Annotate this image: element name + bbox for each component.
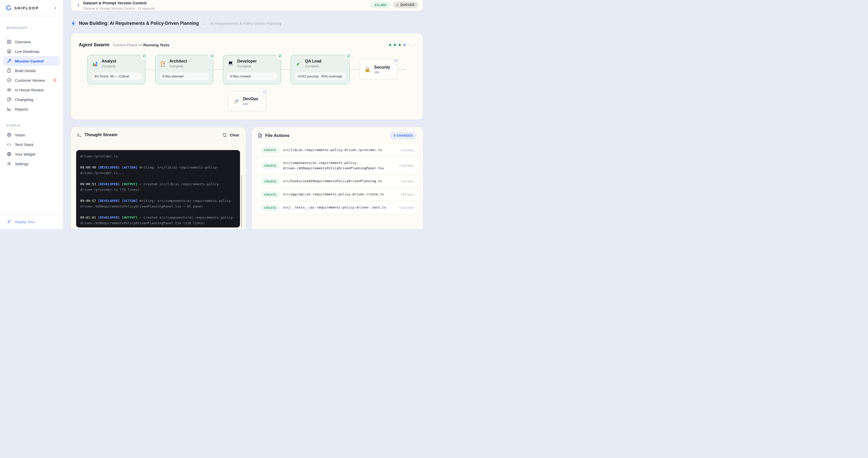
sidebar-item-mission-control[interactable]: Mission Control (3, 56, 60, 66)
phase-dot-green (399, 44, 401, 46)
code-icon (7, 142, 12, 147)
file-action-row[interactable]: CREATEsrc/lib/ai-requirements-policy-dri… (257, 145, 418, 156)
terminal-segment-msg: driven-/provider.ts (80, 154, 118, 158)
rocket-emoji (233, 98, 240, 105)
queue-item-badges: £11,850 QUEUED (371, 2, 418, 8)
sidebar-item-vision[interactable]: Vision (3, 130, 60, 140)
terminal-log-entry: 09:00:53 [DEVELOPER] [OUTPUT] ✓ Created … (80, 181, 236, 192)
sidebar-item-live-roadmap[interactable]: Live Roadmap (3, 47, 60, 56)
agent-card-header: ArchitectComplete (159, 59, 209, 68)
gear-icon (7, 161, 12, 166)
phase-dot-blue (403, 44, 406, 46)
file-path: src/app/api/ai-requirements-policy-drive… (283, 192, 384, 197)
refresh-icon (223, 133, 228, 137)
agent-card-header: DeveloperComplete (227, 59, 277, 68)
terminal-scrollbar-thumb[interactable] (241, 175, 242, 227)
agent-name: QA Lead (305, 59, 321, 63)
agent-card-developer[interactable]: DeveloperComplete6 files created (223, 55, 281, 84)
agent-card-architect[interactable]: ArchitectComplete6 files planned (155, 55, 213, 84)
thought-stream-header: Thought Stream Clear (71, 127, 246, 138)
lines-added: +115 lines (399, 206, 414, 210)
terminal-segment-tag-blue: [ACTION] (122, 165, 140, 169)
agent-detail: BV Score: 86 — Critical (92, 72, 141, 80)
terminal-segment-tag-blue: [ACTION] (122, 199, 140, 203)
sidebar-item-in-house-review[interactable]: In House Review (3, 85, 60, 95)
sidebar-item-label: Mission Control (15, 59, 43, 63)
agent-state-badge (392, 56, 400, 64)
agent-card-qa-lead[interactable]: QA LeadComplete42/42 passing · 85% cover… (290, 55, 350, 84)
now-building-title: Now Building: AI Requirements & Policy-D… (79, 21, 199, 26)
queue-item-card[interactable]: 3 Dataset & Prompt Version Control Datas… (71, 0, 423, 11)
terminal-log-entry: 09:00:49 [DEVELOPER] [ACTION] Writing: s… (80, 165, 236, 176)
globe-icon (7, 152, 12, 157)
thought-stream-title: Thought Stream (85, 132, 117, 138)
check-circle-icon (142, 54, 147, 58)
sidebar-item-label: Settings (15, 162, 29, 166)
sidebar-item-changelog[interactable]: Changelog (3, 95, 60, 104)
lines-added: +54 lines (401, 179, 414, 183)
bolt-icon (71, 21, 76, 26)
sidebar-item-your-widget[interactable]: Your Widget (3, 149, 60, 159)
current-phase-value: — Running Tests (138, 43, 169, 47)
clear-button[interactable]: Clear (223, 133, 239, 137)
phase-dot-off (413, 44, 415, 46)
notification-badge: 2 (52, 78, 57, 83)
sparkles-icon (7, 219, 12, 224)
now-building-target: AI Requirements & Policy-Driven Planning (210, 21, 281, 26)
file-actions-panel: File Actions 5 CHANGES CREATEsrc/lib/ai-… (252, 127, 423, 229)
sidebar-item-label: Build Details (15, 68, 36, 73)
sidebar-item-reports[interactable]: Reports (3, 104, 60, 114)
status-badge: QUEUED (393, 2, 418, 8)
agent-name: Architect (169, 59, 187, 63)
file-code-icon (257, 133, 262, 138)
nav-section-label: CONFIG (7, 124, 60, 127)
bar-chart-icon (7, 106, 12, 112)
replay-tour-label: Replay Tour (15, 220, 35, 224)
queue-item-number: 3 (77, 3, 79, 7)
sidebar-item-label: Vision (15, 133, 25, 137)
file-actions-list: CREATEsrc/lib/ai-requirements-policy-dri… (257, 145, 418, 213)
terminal-icon (76, 132, 82, 138)
agent-swarm-title: Agent Swarm (79, 42, 109, 48)
sidebar-item-build-details[interactable]: Build Details (3, 66, 60, 75)
agent-card-security[interactable]: SecurityIdle (359, 59, 397, 80)
sidebar-item-label: In House Review (15, 88, 43, 92)
file-action-row[interactable]: CREATEsrc/components/ai-requirements-pol… (257, 158, 418, 174)
shiploop-logo-icon (6, 5, 12, 11)
terminal-log: driven-/provider.ts09:00:49 [DEVELOPER] … (76, 150, 240, 227)
file-path: src/hooks/useAIRequirementsPolicyDrivenP… (283, 179, 382, 184)
file-action-badge: CREATE (261, 192, 279, 197)
lines-added: +118 lines (399, 164, 414, 167)
agent-card-titles: AnalystComplete (102, 59, 116, 68)
bar-chart-emoji (92, 60, 99, 67)
agent-connector-line (146, 69, 155, 70)
terminal-log-entry: 09:00:57 [DEVELOPER] [ACTION] Writing: s… (80, 198, 236, 209)
sidebar-collapse-button[interactable] (51, 4, 60, 12)
agent-status: Complete (169, 64, 187, 68)
agent-card-header: AnalystComplete (92, 59, 141, 68)
agent-swarm-header: Agent Swarm Current Phase — Running Test… (71, 33, 423, 48)
sidebar-item-tech-stack[interactable]: Tech Stack (3, 140, 60, 149)
main-content: 3 Dataset & Prompt Version Control Datas… (63, 0, 434, 229)
file-action-row[interactable]: CREATEsrc/__tests__/ai-requirements-poli… (257, 202, 418, 213)
replay-tour-button[interactable]: Replay Tour (0, 214, 63, 229)
current-phase-label: Current Phase (113, 43, 137, 47)
nav-item-list: OverviewLive RoadmapMission ControlBuild… (3, 37, 60, 114)
agent-card-analyst[interactable]: AnalystCompleteBV Score: 86 — Critical (87, 55, 146, 84)
terminal-log-entry: 09:01:01 [DEVELOPER] [OUTPUT] ✓ Created … (80, 215, 236, 226)
sidebar-item-label: Live Roadmap (15, 49, 39, 54)
laptop-emoji (227, 60, 234, 67)
agent-status: Complete (305, 64, 321, 68)
agent-card-header: DevOpsIdle (233, 97, 258, 106)
clipboard-icon (7, 68, 12, 73)
sidebar-item-label: Tech Stack (15, 143, 33, 147)
agent-card-devops[interactable]: DevOpsIdle (228, 91, 266, 111)
sidebar-item-customer-review[interactable]: Customer Review2 (3, 75, 60, 85)
sidebar-item-overview[interactable]: Overview (3, 37, 60, 47)
sidebar-item-settings[interactable]: Settings (3, 159, 60, 169)
check-circle-icon (278, 54, 282, 58)
file-action-row[interactable]: CREATEsrc/app/api/ai-requirements-policy… (257, 189, 418, 200)
file-action-row[interactable]: CREATEsrc/hooks/useAIRequirementsPolicyD… (257, 176, 418, 187)
changes-count-badge: 5 CHANGES (390, 132, 416, 139)
clock-icon (263, 90, 267, 94)
